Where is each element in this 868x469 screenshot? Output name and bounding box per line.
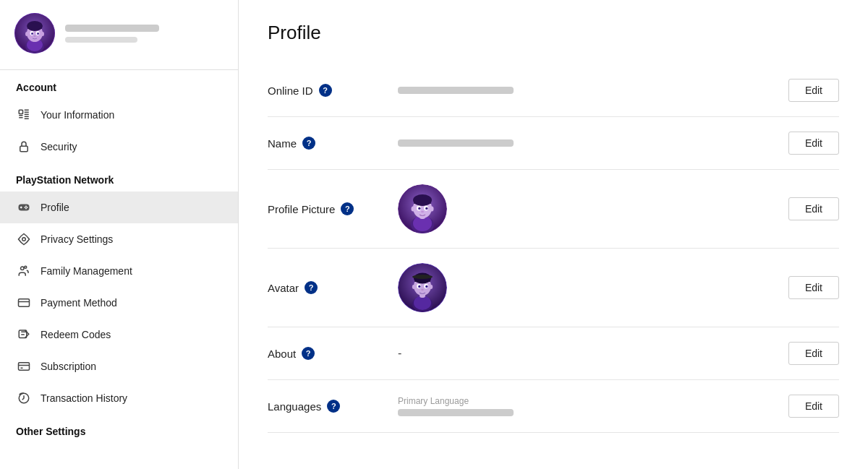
avatar-img — [398, 263, 447, 312]
sidebar-item-privacy-settings[interactable]: Privacy Settings — [0, 223, 238, 255]
card-icon — [16, 295, 32, 311]
svg-point-55 — [412, 275, 433, 279]
svg-point-46 — [412, 207, 415, 212]
svg-point-63 — [412, 285, 415, 289]
sidebar-item-label: Security — [41, 141, 77, 152]
name-blur — [398, 139, 514, 147]
privacy-icon — [16, 231, 32, 247]
svg-point-43 — [419, 207, 420, 209]
avatar — [14, 13, 55, 53]
sidebar-item-label: Profile — [41, 202, 69, 213]
sidebar-item-transaction-history[interactable]: Transaction History — [0, 382, 238, 414]
svg-point-25 — [22, 238, 26, 241]
lock-icon — [16, 139, 32, 155]
sidebar: Account Your Information Security PlaySt… — [0, 0, 239, 469]
primary-language-label: Primary Language — [398, 396, 774, 406]
svg-point-64 — [430, 285, 433, 289]
svg-point-24 — [25, 208, 27, 210]
page-title: Profile — [268, 22, 839, 44]
svg-point-9 — [31, 33, 33, 35]
sidebar-item-redeem-codes[interactable]: Redeem Codes — [0, 319, 238, 350]
about-dash: - — [398, 347, 401, 359]
languages-value: Primary Language — [398, 396, 774, 416]
language-blur — [398, 409, 514, 416]
online-id-row: Online ID ? Edit — [268, 64, 839, 117]
username-blur — [65, 25, 159, 32]
psn-section-label: PlayStation Network — [0, 163, 238, 192]
sidebar-item-profile[interactable]: Profile — [0, 192, 238, 223]
svg-point-44 — [426, 207, 427, 209]
svg-rect-28 — [19, 299, 30, 307]
online-id-blur — [398, 87, 514, 94]
about-label: About ? — [268, 347, 383, 360]
family-icon — [16, 263, 32, 279]
svg-rect-20 — [20, 207, 22, 208]
languages-edit-button[interactable]: Edit — [788, 395, 839, 418]
name-label: Name ? — [268, 137, 383, 150]
svg-point-14 — [25, 32, 28, 36]
avatar-help-icon[interactable]: ? — [305, 281, 318, 294]
name-help-icon[interactable]: ? — [302, 137, 315, 150]
svg-point-62 — [421, 289, 424, 291]
svg-point-12 — [38, 33, 38, 33]
sidebar-user — [0, 0, 238, 70]
user-sub-blur — [65, 37, 137, 43]
sidebar-item-label: Transaction History — [41, 392, 127, 404]
sidebar-item-family-management[interactable]: Family Management — [0, 255, 238, 287]
person-icon — [16, 107, 32, 123]
online-id-help-icon[interactable]: ? — [319, 84, 332, 97]
svg-rect-16 — [19, 110, 22, 113]
svg-point-13 — [34, 35, 36, 37]
svg-point-23 — [25, 207, 26, 208]
online-id-value — [398, 85, 774, 96]
about-row: About ? - Edit — [268, 327, 839, 380]
user-info — [65, 25, 159, 43]
redeem-icon — [16, 327, 32, 343]
sidebar-item-your-information[interactable]: Your Information — [0, 99, 238, 131]
profile-picture-row: Profile Picture ? — [268, 170, 839, 249]
profile-picture-edit-button[interactable]: Edit — [788, 197, 839, 220]
avatar-label: Avatar ? — [268, 281, 383, 294]
name-value — [398, 137, 774, 149]
svg-point-60 — [419, 285, 420, 286]
about-edit-button[interactable]: Edit — [788, 342, 839, 365]
about-value: - — [398, 347, 774, 360]
svg-rect-30 — [19, 363, 30, 371]
profile-picture-help-icon[interactable]: ? — [341, 202, 354, 215]
svg-point-11 — [32, 33, 33, 33]
sidebar-item-label: Redeem Codes — [41, 329, 111, 340]
other-section-label: Other Settings — [0, 414, 238, 443]
avatar-edit-button[interactable]: Edit — [788, 276, 839, 299]
gamepad-icon — [16, 199, 32, 215]
sidebar-item-payment-method[interactable]: Payment Method — [0, 287, 238, 319]
svg-point-10 — [37, 33, 39, 35]
sidebar-item-label: Subscription — [41, 361, 96, 372]
sidebar-item-label: Payment Method — [41, 297, 117, 309]
svg-point-27 — [25, 266, 27, 268]
svg-point-26 — [21, 267, 25, 270]
account-section-label: Account — [0, 70, 238, 99]
name-edit-button[interactable]: Edit — [788, 132, 839, 155]
sidebar-item-label: Privacy Settings — [41, 233, 113, 245]
svg-rect-17 — [20, 146, 28, 152]
name-row: Name ? Edit — [268, 117, 839, 170]
online-id-edit-button[interactable]: Edit — [788, 79, 839, 102]
svg-point-22 — [27, 207, 28, 208]
about-help-icon[interactable]: ? — [302, 347, 315, 360]
svg-point-21 — [25, 206, 27, 207]
languages-help-icon[interactable]: ? — [327, 400, 340, 413]
svg-point-45 — [421, 211, 424, 212]
avatar-value — [398, 263, 774, 312]
svg-point-61 — [426, 285, 427, 286]
profile-picture-value — [398, 184, 774, 233]
profile-picture-label: Profile Picture ? — [268, 202, 383, 215]
online-id-label: Online ID ? — [268, 84, 383, 97]
languages-row: Languages ? Primary Language Edit — [268, 380, 839, 433]
history-icon — [16, 390, 32, 406]
profile-picture-img — [398, 184, 447, 233]
sidebar-item-label: Your Information — [41, 109, 114, 121]
svg-point-15 — [41, 32, 44, 36]
svg-point-47 — [430, 207, 434, 212]
sidebar-item-security[interactable]: Security — [0, 131, 238, 163]
sidebar-item-subscription[interactable]: Subscription — [0, 350, 238, 382]
